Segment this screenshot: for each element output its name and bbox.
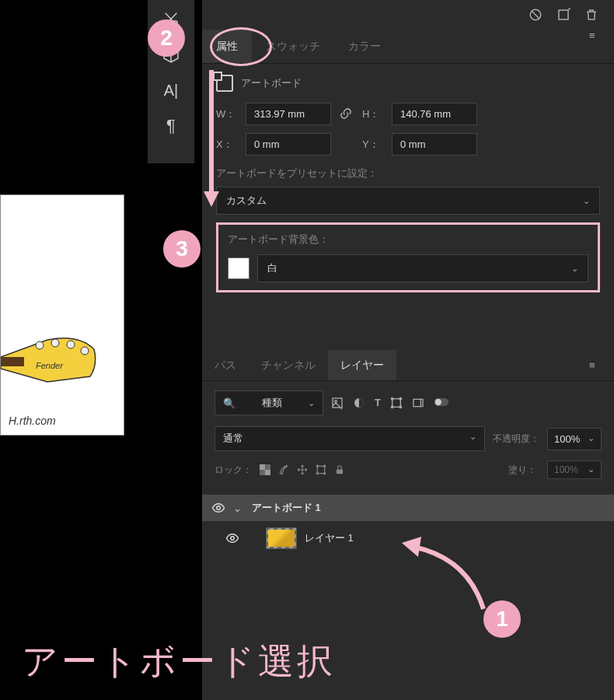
y-label: Y： [362, 138, 384, 152]
svg-marker-33 [204, 191, 219, 207]
chevron-down-icon: ⌄ [588, 433, 595, 445]
chevron-down-icon: ⌄ [469, 432, 476, 446]
layers-panel: パス チャンネル レイヤー ≡ 🔍 種類 ⌄ T [202, 350, 614, 555]
blend-mode-select[interactable]: 通常 ⌄ [215, 426, 485, 451]
svg-point-1 [51, 339, 59, 347]
filter-value: 種類 [262, 396, 282, 410]
lock-all-icon[interactable] [334, 464, 345, 475]
toggle-filter-icon[interactable] [434, 397, 449, 409]
search-icon: 🔍 [223, 397, 235, 409]
blend-value: 通常 [223, 432, 243, 446]
bg-color-select[interactable]: 白 ⌄ [257, 254, 588, 282]
chevron-down-icon: ⌄ [588, 464, 595, 475]
x-input[interactable] [246, 133, 331, 156]
lock-transparency-icon[interactable] [260, 464, 270, 475]
opacity-select[interactable]: 100% ⌄ [547, 428, 602, 450]
layers-tabs: パス チャンネル レイヤー ≡ [202, 350, 614, 381]
layer-name: レイヤー 1 [305, 531, 354, 545]
height-label: H： [362, 107, 384, 121]
width-label: W： [216, 107, 238, 121]
svg-rect-13 [392, 399, 401, 408]
no-entry-icon[interactable] [529, 8, 542, 22]
chevron-down-icon: ⌄ [571, 264, 578, 274]
fill-label: 塗り： [508, 464, 536, 477]
lock-label: ロック： [215, 464, 252, 477]
opacity-value: 100% [554, 433, 580, 445]
svg-rect-10 [333, 398, 342, 408]
annotation-badge-1: 1 [483, 600, 521, 638]
svg-point-20 [435, 399, 441, 405]
layer-thumbnail [266, 527, 297, 549]
svg-rect-18 [413, 399, 420, 406]
svg-rect-23 [265, 470, 270, 475]
artboard-label: アートボード [241, 76, 302, 90]
bg-color-label: アートボード背景色： [228, 233, 588, 247]
bg-color-section: アートボード背景色： 白 ⌄ [216, 222, 600, 292]
svg-point-11 [335, 401, 337, 403]
properties-body: アートボード W： H： X： Y： アートボードをプリセットに設定： カスタム… [202, 64, 614, 303]
tab-paths[interactable]: パス [202, 350, 249, 380]
svg-point-15 [399, 397, 402, 400]
image-filter-icon[interactable] [331, 397, 344, 409]
annotation-text: アートボード選択 [22, 638, 336, 686]
bg-color-swatch[interactable] [228, 257, 249, 279]
annotation-badge-2: 2 [148, 19, 185, 57]
preset-label: アートボードをプリセットに設定： [216, 166, 600, 180]
filter-icons: T [331, 397, 449, 409]
svg-point-3 [81, 347, 89, 355]
svg-text:Fender: Fender [36, 361, 64, 370]
svg-point-14 [391, 397, 393, 400]
svg-rect-22 [260, 464, 265, 470]
preset-select[interactable]: カスタム ⌄ [216, 187, 600, 215]
annotation-arrow-curve [398, 535, 491, 613]
annotation-badge-3: 3 [163, 230, 201, 268]
panel-menu-icon[interactable]: ≡ [589, 30, 603, 63]
y-input[interactable] [392, 133, 477, 156]
canvas-preview[interactable]: Fender H.rth.com [0, 194, 124, 436]
top-action-icons [529, 8, 598, 22]
tab-channels[interactable]: チャンネル [249, 350, 328, 380]
svg-point-31 [231, 537, 235, 541]
annotation-circle [210, 27, 272, 66]
layer-name: アートボード 1 [252, 501, 321, 515]
lock-move-icon[interactable] [297, 464, 308, 475]
fill-value: 100% [554, 464, 578, 475]
align-icon[interactable] [556, 8, 570, 22]
lock-brush-icon[interactable] [278, 464, 289, 475]
paragraph-icon[interactable]: ¶ [160, 115, 182, 137]
svg-rect-24 [317, 466, 324, 473]
text-cursor-icon[interactable]: A| [160, 79, 182, 101]
text-filter-icon[interactable]: T [375, 397, 381, 409]
expand-chevron-icon[interactable]: ⌄ [233, 502, 244, 514]
preset-value: カスタム [226, 194, 267, 208]
height-input[interactable] [392, 103, 477, 125]
shape-filter-icon[interactable] [390, 397, 403, 409]
layer-artboard-1[interactable]: ⌄ アートボード 1 [202, 495, 614, 521]
tab-color[interactable]: カラー [334, 30, 395, 63]
trash-icon[interactable] [584, 8, 598, 22]
chevron-down-icon: ⌄ [308, 398, 315, 408]
chevron-down-icon: ⌄ [583, 196, 590, 206]
x-label: X： [216, 138, 238, 152]
fill-select: 100% ⌄ [547, 460, 602, 479]
lock-artboard-icon[interactable] [316, 464, 326, 475]
svg-point-17 [399, 406, 402, 408]
adjustment-filter-icon[interactable] [353, 397, 365, 409]
width-input[interactable] [246, 103, 331, 125]
visibility-icon[interactable] [211, 501, 225, 515]
opacity-label: 不透明度： [493, 432, 539, 446]
smartobj-filter-icon[interactable] [412, 397, 424, 409]
link-icon[interactable] [339, 107, 354, 122]
svg-point-0 [36, 341, 44, 349]
panel-menu-icon[interactable]: ≡ [589, 359, 603, 371]
svg-point-16 [391, 406, 393, 408]
svg-point-30 [217, 506, 221, 510]
bg-color-value: 白 [267, 261, 277, 275]
visibility-icon[interactable] [225, 531, 239, 545]
annotation-arrow-down [204, 70, 219, 207]
watermark-text: H.rth.com [9, 415, 56, 427]
layer-filter-select[interactable]: 🔍 種類 ⌄ [215, 390, 323, 415]
svg-point-2 [67, 341, 75, 348]
tab-layers[interactable]: レイヤー [328, 350, 396, 380]
svg-rect-29 [337, 469, 343, 474]
